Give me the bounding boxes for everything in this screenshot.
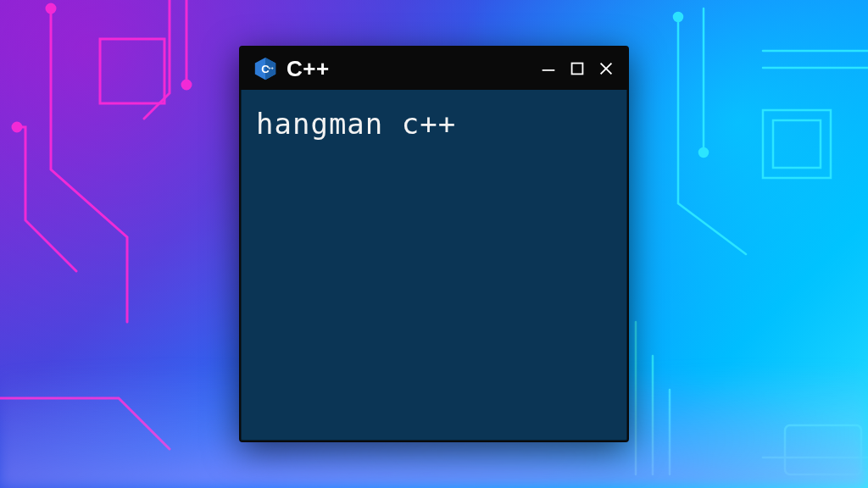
minimize-icon — [539, 59, 558, 78]
svg-rect-5 — [773, 120, 821, 168]
maximize-icon — [568, 59, 587, 78]
maximize-button[interactable] — [568, 59, 587, 78]
svg-rect-14 — [572, 64, 583, 75]
window-controls — [539, 59, 615, 78]
svg-point-1 — [182, 80, 191, 89]
console-output: hangman c++ — [241, 90, 627, 158]
svg-text:++: ++ — [268, 65, 274, 70]
console-window: C ++ C++ hangman c++ — [239, 46, 629, 442]
titlebar[interactable]: C ++ C++ — [241, 47, 627, 90]
svg-point-7 — [674, 13, 682, 21]
svg-point-3 — [13, 123, 21, 131]
svg-rect-0 — [100, 39, 164, 103]
close-icon — [597, 59, 615, 78]
close-button[interactable] — [597, 59, 615, 78]
svg-point-2 — [47, 4, 55, 13]
cpp-logo-icon: C ++ — [253, 56, 278, 81]
window-wrapper: C ++ C++ hangman c++ — [239, 46, 629, 442]
window-title: C++ — [287, 56, 330, 82]
minimize-button[interactable] — [539, 59, 558, 78]
svg-point-6 — [699, 148, 708, 157]
